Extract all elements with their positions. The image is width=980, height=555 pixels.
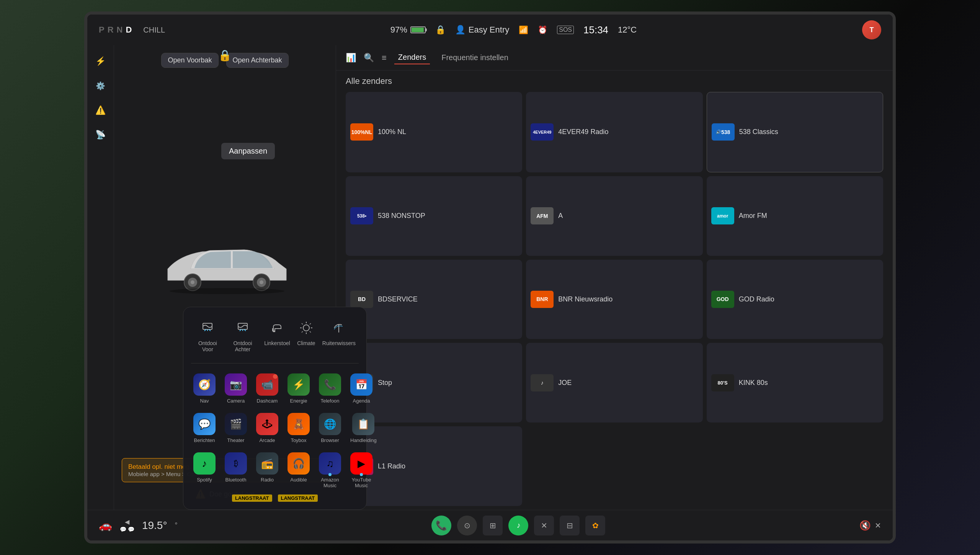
taskbar-media-btn[interactable]: ⊙ (457, 516, 477, 535)
sidebar-settings[interactable]: ⚙️ (92, 77, 109, 94)
app-toybox-label: Toybox (291, 437, 306, 443)
station-538nonstop-name: 538 NONSTOP (378, 212, 425, 220)
station-god-name: GOD Radio (739, 295, 774, 303)
app-agenda[interactable]: 📅 Agenda (348, 371, 375, 406)
station-stop-name: Stop (378, 379, 392, 387)
app-browser-label: Browser (321, 437, 339, 443)
app-berichten-icon: 💬 (193, 413, 216, 435)
ruitenwissers-label: Ruitenwissers (322, 340, 356, 346)
volume-icon[interactable]: 🔇 (859, 520, 871, 531)
app-arcade[interactable]: 🕹 Arcade (254, 411, 281, 445)
ontdooi-voor-btn[interactable]: Ontdooi Voor (191, 315, 224, 355)
station-afm[interactable]: AFM A (526, 176, 702, 256)
app-dashcam[interactable]: 📹 Dashcam (254, 371, 281, 406)
station-bnr-logo: BNR (531, 291, 554, 308)
taskbar-apps-btn[interactable]: ⊟ (560, 516, 580, 535)
station-bdservice[interactable]: BD BDSERVICE (346, 260, 522, 339)
tab-frequentie[interactable]: Frequentie instellen (438, 51, 512, 64)
app-nav[interactable]: 🧭 Nav (191, 371, 218, 406)
station-538classics[interactable]: 🔊538 538 Classics (707, 92, 883, 172)
app-nav-icon: 🧭 (193, 373, 216, 396)
station-amorfm[interactable]: amor Amor FM (707, 176, 883, 256)
station-4ever49[interactable]: 4EVER49 4EVER49 Radio (526, 92, 702, 172)
profile-avatar[interactable]: T (862, 20, 881, 39)
app-energie-icon: ⚡ (287, 373, 310, 396)
station-joe[interactable]: ♪ JOE (526, 343, 702, 422)
app-grid-row1: 🧭 Nav 📷 Camera 📹 Dashcam ⚡ Energi (191, 371, 359, 406)
svg-point-5 (260, 280, 263, 284)
alarm-icon: ⏰ (538, 25, 547, 34)
open-achterbak-btn[interactable]: Open Achterbak (226, 53, 289, 68)
app-toybox[interactable]: 🧸 Toybox (285, 411, 312, 445)
taskbar-confetti-btn[interactable]: ✿ (585, 516, 605, 535)
climate-icon (296, 318, 316, 338)
gear-p: P (99, 25, 105, 35)
radio-grid: 100%NL 100% NL 4EVER49 4EVER49 Radio 🔊53… (336, 88, 893, 510)
app-handleiding[interactable]: 📋 Handleiding (348, 411, 379, 445)
battery-fill (412, 28, 424, 32)
app-spotify[interactable]: ♪ Spotify (191, 450, 218, 491)
taskbar-close-btn[interactable]: ✕ (534, 516, 554, 535)
radio-title: Alle zenders (336, 70, 893, 88)
quick-actions: Ontdooi Voor Ontdooi Achter (191, 315, 359, 363)
taskbar-phone-btn[interactable]: 📞 (431, 516, 451, 535)
app-camera-icon: 📷 (225, 373, 247, 396)
car-nav-icon[interactable]: 🚗 (99, 519, 112, 532)
youtube-playing-dot (360, 473, 363, 476)
station-joe-logo: ♪ (531, 374, 554, 391)
sos-badge: SOS (557, 26, 574, 34)
app-audible-label: Audible (290, 477, 307, 483)
station-538nonstop[interactable]: 538• 538 NONSTOP (346, 176, 522, 256)
screen-content: P R N D CHILL 97% 🔒 👤 Easy Entry 📶 (87, 15, 893, 540)
battery-info: 97% (390, 25, 426, 35)
app-radio-label: Radio (261, 477, 274, 483)
aanpassen-tooltip[interactable]: Aanpassen (221, 143, 275, 159)
taskbar-spotify-btn[interactable]: ♪ (508, 516, 528, 535)
app-camera-label: Camera (227, 398, 245, 404)
app-browser[interactable]: 🌐 Browser (317, 411, 343, 445)
app-radio[interactable]: 📻 Radio (254, 450, 281, 491)
app-berichten[interactable]: 💬 Berichten (191, 411, 218, 445)
app-audible-icon: 🎧 (287, 452, 310, 475)
station-afm-logo: AFM (531, 207, 554, 224)
app-telefoon-icon: 📞 (319, 373, 341, 396)
station-100nl[interactable]: 100%NL 100% NL (346, 92, 522, 172)
svg-point-9 (303, 325, 309, 331)
app-camera[interactable]: 📷 Camera (222, 371, 249, 406)
app-grid-row2: 💬 Berichten 🎬 Theater 🕹 Arcade 🧸 Toybox (191, 411, 359, 445)
linkerstoel-icon (267, 318, 287, 338)
ontdooi-achter-btn[interactable]: Ontdooi Achter (224, 315, 261, 355)
street-labels: LANGSTRAAT LANGSTRAAT (191, 494, 359, 502)
battery-percent: 97% (390, 25, 407, 35)
app-audible[interactable]: 🎧 Audible (285, 450, 312, 491)
street-label-2: LANGSTRAAT (278, 494, 318, 502)
station-bnr[interactable]: BNR BNR Nieuwsradio (526, 260, 702, 339)
radio-list-icon[interactable]: ≡ (382, 53, 387, 63)
svg-point-6 (170, 288, 284, 294)
user-info: 👤 Easy Entry (455, 25, 509, 35)
battery-icon (410, 26, 426, 33)
radio-search-icon[interactable]: 🔍 (364, 53, 374, 63)
app-theater[interactable]: 🎬 Theater (222, 411, 249, 445)
app-telefoon[interactable]: 📞 Telefoon (317, 371, 343, 406)
linkerstoel-btn[interactable]: Linkerstoel (261, 315, 293, 355)
app-radio-icon: 📻 (256, 452, 278, 475)
ruitenwissers-btn[interactable]: Ruitenwissers (319, 315, 359, 355)
station-god[interactable]: GOD GOD Radio (707, 260, 883, 339)
sidebar-signal[interactable]: 📡 (92, 126, 109, 143)
tab-zenders[interactable]: Zenders (394, 51, 430, 64)
climate-btn[interactable]: Climate (293, 315, 319, 355)
station-kink80s[interactable]: 80'S KINK 80s (707, 343, 883, 422)
app-amazon-music[interactable]: ♫ Amazon Music (317, 450, 343, 491)
station-bnr-name: BNR Nieuwsradio (558, 295, 612, 303)
sidebar-toggle[interactable]: ⚡ (92, 53, 109, 70)
app-handleiding-label: Handleiding (350, 437, 377, 443)
taskbar-grid-btn[interactable]: ⊞ (483, 516, 503, 535)
app-bluetooth[interactable]: ₿ Bluetooth (222, 450, 249, 491)
app-energie[interactable]: ⚡ Energie (285, 371, 312, 406)
open-voorbak-btn[interactable]: Open Voorbak (161, 53, 218, 68)
app-youtube-music[interactable]: ▶ YouTube Music (348, 450, 375, 491)
status-right: T (862, 20, 881, 39)
station-bdservice-logo: BD (350, 291, 373, 308)
sidebar-warning[interactable]: ⚠️ (92, 102, 109, 119)
